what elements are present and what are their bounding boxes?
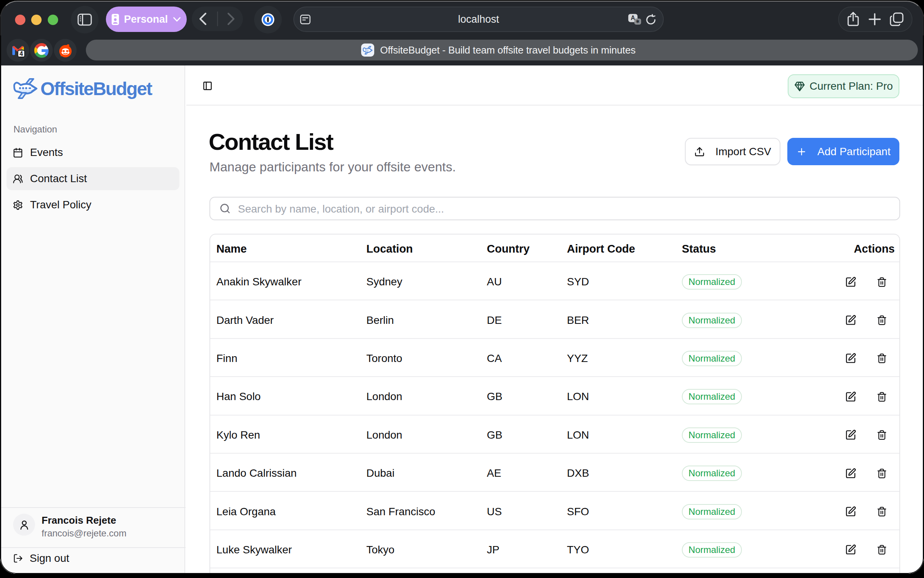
svg-text:✱: ✱ [636, 19, 639, 24]
svg-text:4: 4 [19, 50, 23, 57]
